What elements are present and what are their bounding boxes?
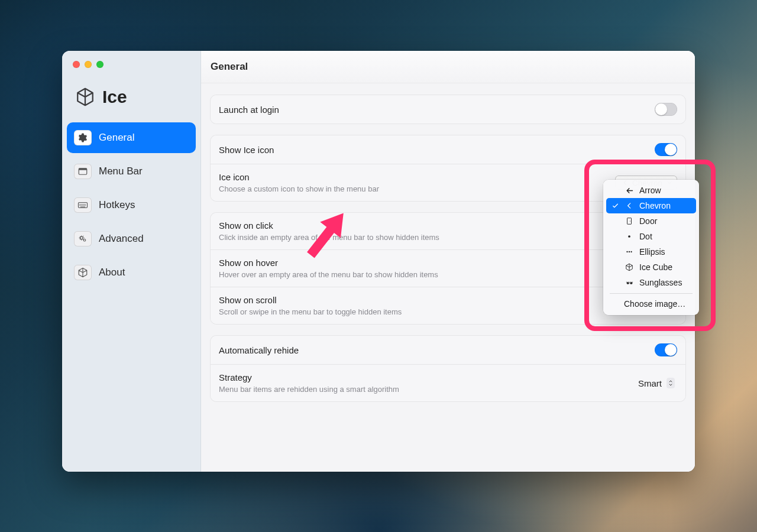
setting-subtitle: Menu bar items are rehidden using a smar… [219,385,633,394]
cube-icon [75,87,95,107]
row-show-ice-icon: Show Ice icon [211,135,685,164]
ice-icon-dropdown[interactable]: Arrow Chevron Door Dot Ellipsis Ice Cube… [603,180,699,315]
setting-title: Launch at login [219,105,655,115]
sidebar-item-general[interactable]: General [67,122,196,153]
app-title: Ice [62,82,200,122]
sidebar-item-advanced[interactable]: Advanced [67,223,196,254]
setting-subtitle: Choose a custom icon to show in the menu… [219,184,615,193]
door-icon [625,217,634,225]
group-launch: Launch at login [211,95,685,124]
dropdown-option-dot[interactable]: Dot [606,229,696,244]
dropdown-option-door[interactable]: Door [606,213,696,229]
sidebar-item-label: Hotkeys [99,199,135,211]
option-label: Ice Cube [639,262,672,272]
group-rehide: Automatically rehide Strategy Menu bar i… [211,336,685,401]
dropdown-separator [610,293,693,294]
dropdown-option-chevron[interactable]: Chevron [606,198,696,213]
setting-title: Automatically rehide [219,345,655,355]
setting-title: Show Ice icon [219,145,655,155]
sidebar-item-hotkeys[interactable]: Hotkeys [67,190,196,220]
menubar-icon [74,164,92,179]
row-strategy: Strategy Menu bar items are rehidden usi… [211,364,685,401]
zoom-window-button[interactable] [96,61,103,68]
sidebar-item-label: Advanced [99,233,144,245]
sidebar-item-label: About [99,267,125,278]
row-auto-rehide: Automatically rehide [211,336,685,364]
popup-value: Smart [638,378,662,388]
setting-title: Ice icon [219,172,615,182]
sidebar: Ice General Menu Bar Hotkeys Advanced Ab… [62,51,201,472]
toggle-launch-at-login[interactable] [655,103,677,116]
option-label: Door [639,216,657,226]
dot-icon [625,232,634,241]
cube-icon [625,263,634,271]
cube-icon [74,265,92,280]
gear-icon [74,130,92,145]
updown-icon [667,378,675,388]
option-label: Arrow [639,186,661,195]
page-title-label: General [211,61,248,73]
option-label: Chevron [639,201,671,210]
page-title: General [201,51,695,83]
sidebar-item-label: General [99,132,134,144]
sidebar-nav: General Menu Bar Hotkeys Advanced About [62,122,200,288]
toggle-auto-rehide[interactable] [655,343,677,356]
arrow-left-icon [625,186,634,195]
gears-icon [74,231,92,246]
dropdown-option-sunglasses[interactable]: Sunglasses [606,275,696,290]
setting-title: Strategy [219,372,633,382]
chevron-left-icon [625,202,634,210]
strategy-popup[interactable]: Smart [633,377,677,390]
checkmark-icon [611,202,619,210]
keyboard-icon [74,197,92,213]
sunglasses-icon [625,278,634,287]
preferences-window: Ice General Menu Bar Hotkeys Advanced Ab… [62,51,695,472]
ellipsis-icon [625,248,634,256]
window-controls [62,59,200,82]
dropdown-option-ice-cube[interactable]: Ice Cube [606,259,696,275]
option-label: Dot [639,232,652,241]
dropdown-choose-image[interactable]: Choose image… [606,297,696,312]
sidebar-item-menubar[interactable]: Menu Bar [67,156,196,187]
option-label: Ellipsis [639,247,665,257]
dropdown-option-arrow[interactable]: Arrow [606,183,696,198]
close-window-button[interactable] [73,61,80,68]
row-launch-at-login: Launch at login [211,95,685,124]
dropdown-option-ellipsis[interactable]: Ellipsis [606,244,696,259]
toggle-show-ice-icon[interactable] [655,143,677,156]
option-label: Sunglasses [639,278,682,287]
sidebar-item-about[interactable]: About [67,257,196,288]
app-name-label: Ice [102,87,127,107]
sidebar-item-label: Menu Bar [99,166,143,177]
action-label: Choose image… [624,299,685,309]
minimize-window-button[interactable] [85,61,92,68]
